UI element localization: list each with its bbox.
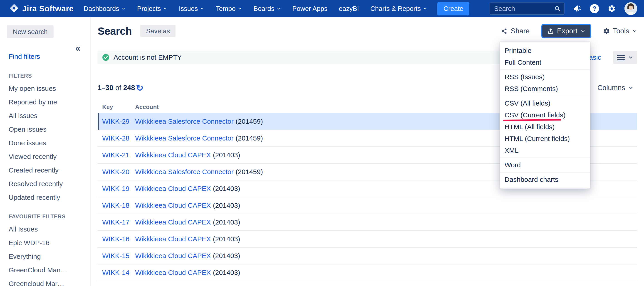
export-menu: Printable Full Content RSS (Issues) RSS …	[500, 42, 590, 188]
menu-item-printable[interactable]: Printable	[500, 45, 590, 56]
filters-heading: FILTERS	[9, 73, 90, 79]
chevron-down-icon	[423, 6, 427, 11]
column-header-account[interactable]: Account	[135, 104, 159, 110]
tools-button[interactable]: Tools	[603, 27, 637, 35]
sidebar-item-all-issues[interactable]: All issues	[0, 109, 90, 122]
account-link[interactable]: Wikkkieea Cloud CAPEX	[135, 218, 211, 226]
menu-item-csv-current-fields[interactable]: CSV (Current fields)	[500, 109, 590, 121]
nav-item-dashboards[interactable]: Dashboards	[84, 5, 126, 12]
table-row[interactable]: WIKK-16 Wikkkieea Cloud CAPEX(201403)	[98, 230, 637, 247]
brand-title: Jira Software	[22, 4, 74, 13]
account-link[interactable]: Wikkkieea Cloud CAPEX	[135, 252, 211, 260]
chevron-down-icon	[628, 55, 633, 60]
sidebar-item-resolved-recently[interactable]: Resolved recently	[0, 177, 90, 191]
sidebar-item-fav-greencloud-man[interactable]: GreenCloud Man…	[0, 263, 90, 277]
gear-icon[interactable]	[608, 4, 616, 13]
issue-key-link[interactable]: WIKK-14	[102, 269, 135, 276]
issue-key-link[interactable]: WIKK-16	[102, 235, 135, 243]
search-icon[interactable]	[554, 5, 561, 12]
save-as-button[interactable]: Save as	[140, 25, 176, 37]
export-icon	[547, 28, 554, 34]
sidebar-item-fav-epic-wdp16[interactable]: Epic WDP-16	[0, 236, 90, 250]
sidebar-item-open-issues[interactable]: Open issues	[0, 122, 90, 136]
new-search-button[interactable]: New search	[7, 26, 54, 38]
export-button[interactable]: Export	[542, 25, 590, 38]
nav-item-charts-reports[interactable]: Charts & Reports	[370, 5, 427, 12]
header-actions: Share Export Tools	[501, 25, 637, 38]
sidebar-item-done-issues[interactable]: Done issues	[0, 136, 90, 150]
issue-key-link[interactable]: WIKK-17	[102, 218, 135, 226]
refresh-icon[interactable]: ↻	[136, 83, 144, 92]
collapse-sidebar-icon[interactable]: «	[76, 44, 80, 53]
account-id: (201403)	[213, 151, 240, 159]
table-row[interactable]: WIKK-15 Wikkkieea Cloud CAPEX(201403)	[98, 247, 637, 264]
account-id: (201459)	[236, 118, 263, 125]
column-header-key[interactable]: Key	[102, 104, 135, 110]
menu-item-word[interactable]: Word	[500, 159, 590, 171]
sidebar-item-fav-everything[interactable]: Everything	[0, 250, 90, 263]
issue-key-link[interactable]: WIKK-19	[102, 185, 135, 192]
menu-item-html-all-fields[interactable]: HTML (All fields)	[500, 121, 590, 133]
chevron-down-icon	[238, 6, 242, 11]
issue-key-link[interactable]: WIKK-15	[102, 252, 135, 260]
find-filters-link[interactable]: Find filters	[9, 53, 90, 60]
jira-logo[interactable]: Jira Software	[9, 3, 74, 14]
nav-item-boards[interactable]: Boards	[254, 5, 281, 12]
account-link[interactable]: Wikkkieea Cloud CAPEX	[135, 185, 211, 192]
table-row-partial[interactable]: WIKK-13 Wikkkieea Cloud CAPEX(201403)	[98, 281, 637, 286]
account-id: (201403)	[213, 269, 240, 276]
table-row[interactable]: WIKK-17 Wikkkieea Cloud CAPEX(201403)	[98, 214, 637, 230]
view-switcher-button[interactable]	[613, 51, 637, 64]
issue-key-link[interactable]: WIKK-20	[102, 168, 135, 176]
sidebar-item-my-open-issues[interactable]: My open issues	[0, 82, 90, 95]
issue-key-link[interactable]: WIKK-28	[102, 134, 135, 142]
sidebar-item-updated-recently[interactable]: Updated recently	[0, 191, 90, 204]
sidebar-item-fav-greencloud-mar[interactable]: Greencloud Mar…	[0, 277, 90, 286]
account-link[interactable]: Wikkkieea Salesforce Connector	[135, 134, 234, 142]
account-link[interactable]: Wikkkieea Salesforce Connector	[135, 168, 234, 176]
account-link[interactable]: Wikkkieea Cloud CAPEX	[135, 269, 211, 276]
account-link[interactable]: Wikkkieea Salesforce Connector	[135, 118, 234, 125]
nav-item-eazybi[interactable]: eazyBI	[339, 5, 359, 12]
menu-item-html-current-fields[interactable]: HTML (Current fields)	[500, 133, 590, 144]
account-link[interactable]: Wikkkieea Cloud CAPEX	[135, 202, 211, 209]
menu-item-dashboard-charts[interactable]: Dashboard charts	[500, 174, 590, 186]
issue-key-link[interactable]: WIKK-29	[102, 118, 135, 125]
share-button[interactable]: Share	[501, 27, 530, 35]
nav-item-tempo[interactable]: Tempo	[216, 5, 242, 12]
nav-item-projects[interactable]: Projects	[137, 5, 168, 12]
sidebar-item-fav-all-issues[interactable]: All Issues	[0, 222, 90, 236]
chevron-down-icon	[121, 6, 126, 11]
account-cell: Wikkkieea Cloud CAPEX(201403)	[135, 185, 240, 192]
sidebar-item-created-recently[interactable]: Created recently	[0, 164, 90, 177]
menu-item-rss-comments[interactable]: RSS (Comments)	[500, 83, 590, 95]
account-cell: Wikkkieea Cloud CAPEX(201403)	[135, 151, 240, 159]
sidebar-item-reported-by-me[interactable]: Reported by me	[0, 95, 90, 109]
columns-button[interactable]: Columns	[598, 84, 634, 92]
menu-item-csv-all-fields[interactable]: CSV (All fields)	[500, 98, 590, 109]
create-button[interactable]: Create	[437, 2, 470, 16]
menu-item-full-content[interactable]: Full Content	[500, 56, 590, 68]
nav-item-power-apps[interactable]: Power Apps	[292, 5, 328, 12]
account-cell: Wikkkieea Salesforce Connector(201459)	[135, 134, 263, 142]
list-view-icon	[617, 55, 625, 60]
sidebar-item-viewed-recently[interactable]: Viewed recently	[0, 150, 90, 164]
account-id: (201403)	[213, 235, 240, 243]
account-link[interactable]: Wikkkieea Cloud CAPEX	[135, 235, 211, 243]
menu-item-xml[interactable]: XML	[500, 144, 590, 156]
nav-right-cluster: ?	[490, 2, 637, 15]
help-icon[interactable]: ?	[590, 4, 599, 13]
page-header: Search Save as Share Export	[98, 24, 637, 38]
menu-item-rss-issues[interactable]: RSS (Issues)	[500, 71, 590, 83]
results-total: 248	[123, 84, 135, 92]
issue-key-link[interactable]: WIKK-18	[102, 202, 135, 209]
user-avatar[interactable]	[624, 2, 637, 15]
announcements-megaphone-icon[interactable]	[573, 4, 581, 13]
table-row[interactable]: WIKK-14 Wikkkieea Cloud CAPEX(201403)	[98, 264, 637, 281]
account-link[interactable]: Wikkkieea Cloud CAPEX	[135, 151, 211, 159]
table-row[interactable]: WIKK-18 Wikkkieea Cloud CAPEX(201403)	[98, 197, 637, 214]
issue-key-link[interactable]: WIKK-21	[102, 151, 135, 159]
search-input[interactable]	[494, 5, 554, 12]
nav-item-issues[interactable]: Issues	[179, 5, 204, 12]
chevron-down-icon	[628, 85, 634, 90]
